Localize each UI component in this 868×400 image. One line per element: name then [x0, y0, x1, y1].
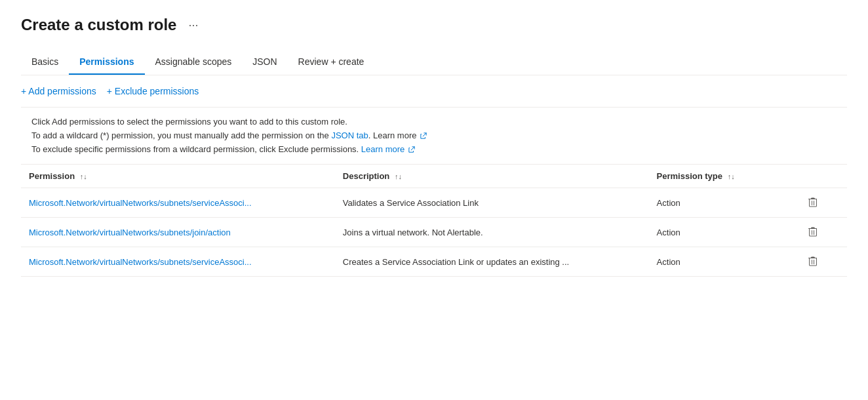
action-cell [797, 247, 847, 277]
table-row: Microsoft.Network/virtualNetworks/subnet… [21, 247, 847, 277]
trash-icon [808, 197, 818, 208]
col-header-permission-type: Permission type ↑↓ [649, 165, 798, 188]
learn-more-link[interactable]: Learn more [361, 144, 404, 154]
col-header-description: Description ↑↓ [335, 165, 649, 188]
permission-cell: Microsoft.Network/virtualNetworks/subnet… [21, 218, 335, 247]
delete-permission-button[interactable] [805, 195, 821, 210]
col-header-action [797, 165, 847, 188]
permission-type-cell: Action [649, 188, 798, 218]
action-cell [797, 218, 847, 247]
ellipsis-menu-button[interactable]: ··· [184, 17, 202, 33]
permission-cell: Microsoft.Network/virtualNetworks/subnet… [21, 247, 335, 277]
exclude-permissions-button[interactable]: + Exclude permissions [107, 83, 199, 99]
description-cell: Joins a virtual network. Not Alertable. [335, 218, 649, 247]
tab-permissions[interactable]: Permissions [69, 50, 144, 75]
external-link-icon [420, 132, 427, 139]
permission-cell: Microsoft.Network/virtualNetworks/subnet… [21, 188, 335, 218]
permissions-table: Permission ↑↓ Description ↑↓ Permission … [21, 165, 847, 277]
permission-link[interactable]: Microsoft.Network/virtualNetworks/subnet… [29, 228, 231, 237]
info-line-1: Click Add permissions to select the perm… [31, 115, 837, 129]
table-row: Microsoft.Network/virtualNetworks/subnet… [21, 188, 847, 218]
tab-review-create[interactable]: Review + create [288, 50, 375, 75]
sort-icon-permission-type[interactable]: ↑↓ [728, 172, 735, 180]
tab-basics[interactable]: Basics [21, 50, 69, 75]
delete-permission-button[interactable] [805, 254, 821, 270]
sort-icon-description[interactable]: ↑↓ [395, 172, 402, 180]
tab-nav: Basics Permissions Assignable scopes JSO… [21, 50, 847, 75]
permission-link[interactable]: Microsoft.Network/virtualNetworks/subnet… [29, 257, 252, 267]
permissions-toolbar: + Add permissions + Exclude permissions [21, 75, 847, 108]
permission-type-cell: Action [649, 218, 798, 247]
action-cell [797, 188, 847, 218]
tab-json[interactable]: JSON [242, 50, 287, 75]
info-box: Click Add permissions to select the perm… [21, 108, 847, 165]
permission-link[interactable]: Microsoft.Network/virtualNetworks/subnet… [29, 198, 252, 208]
page-title-row: Create a custom role ··· [21, 16, 847, 34]
tab-assignable-scopes[interactable]: Assignable scopes [145, 50, 243, 75]
permission-type-cell: Action [649, 247, 798, 277]
json-tab-link[interactable]: JSON tab [331, 130, 368, 140]
info-line-3: To exclude specific permissions from a w… [31, 143, 837, 157]
description-cell: Creates a Service Association Link or up… [335, 247, 649, 277]
trash-icon [808, 256, 818, 267]
sort-icon-permission[interactable]: ↑↓ [80, 172, 87, 180]
table-header-row: Permission ↑↓ Description ↑↓ Permission … [21, 165, 847, 188]
external-link-icon-2 [408, 146, 415, 153]
page-title: Create a custom role [21, 16, 176, 34]
col-header-permission: Permission ↑↓ [21, 165, 335, 188]
table-row: Microsoft.Network/virtualNetworks/subnet… [21, 218, 847, 247]
add-permissions-button[interactable]: + Add permissions [21, 83, 96, 99]
trash-icon [808, 227, 818, 237]
delete-permission-button[interactable] [805, 224, 821, 240]
description-cell: Validates a Service Association Link [335, 188, 649, 218]
info-line-2: To add a wildcard (*) permission, you mu… [31, 129, 837, 143]
